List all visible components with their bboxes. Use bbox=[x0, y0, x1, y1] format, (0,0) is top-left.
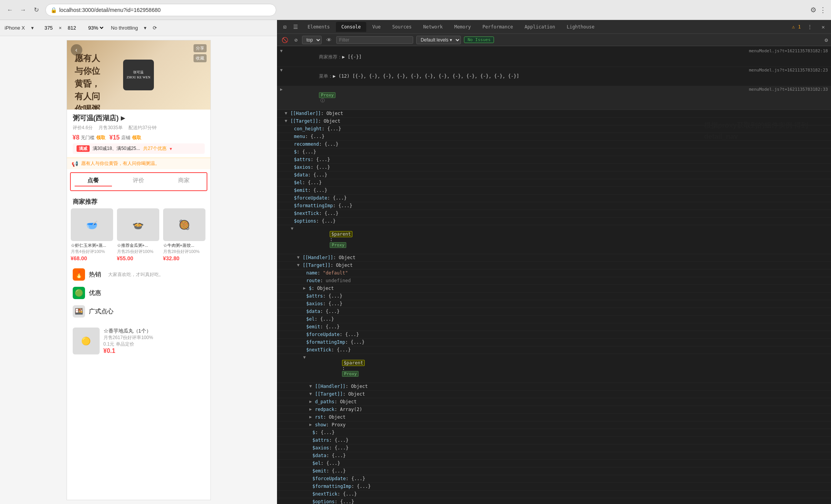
console-line-recommend: ▼ 商家推荐：▶ [{-}] menuModel.js?t=1621135783… bbox=[277, 48, 831, 67]
cl-p2-s: $: {...} bbox=[277, 429, 831, 437]
discount-more[interactable]: 共27个优惠 bbox=[143, 145, 167, 152]
promo2-label: 店铺 bbox=[121, 135, 130, 141]
product-price-1: ¥68.00 bbox=[71, 255, 113, 261]
devtools-more-icon[interactable]: ⋮ bbox=[804, 22, 816, 32]
context-select[interactable]: top bbox=[302, 36, 322, 44]
cl-p1-forceupdate: $forceUpdate: {...} bbox=[277, 331, 831, 339]
banner-bg: ‹ 愿有人与你位黄昏，有人问你喝粥可温 张可温ZHOU KE WEN 分享 收藏 bbox=[67, 40, 210, 110]
tab-vue[interactable]: Vue bbox=[367, 22, 386, 32]
devtools-close-icon[interactable]: ✕ bbox=[819, 22, 828, 32]
category-promo[interactable]: 🟢 优惠 bbox=[73, 284, 205, 302]
share-button[interactable]: 分享 bbox=[194, 44, 207, 52]
height-input[interactable] bbox=[63, 25, 80, 31]
forward-button[interactable]: → bbox=[18, 5, 28, 15]
restaurant-meta: 评价4.6分 月售3035单 配送约37分钟 bbox=[73, 125, 205, 131]
cl-p1-route: route: undefined bbox=[277, 277, 831, 285]
dimensions: × bbox=[40, 25, 81, 31]
expand-menu[interactable]: ▼ bbox=[280, 68, 283, 73]
cl-p2-dpaths: ▶ d_paths: Object bbox=[277, 398, 831, 406]
cl-data: $data: {...} bbox=[277, 171, 831, 179]
cl-nexttick: $nextTick: {...} bbox=[277, 210, 831, 218]
discount-banner: 满减 满30减18、满50减25... 共27个优惠 ▾ bbox=[73, 143, 205, 154]
console-link-3[interactable]: menuModel.js?t=1621135783182:33 bbox=[749, 87, 828, 92]
console-link-1[interactable]: menuModel.js?t=1621135783182:18 bbox=[749, 48, 828, 53]
filter-input[interactable] bbox=[336, 36, 413, 44]
menu-icon[interactable]: ⋮ bbox=[819, 6, 826, 14]
console-link-2[interactable]: menuModel.js?t=1621135783182:23 bbox=[749, 68, 828, 73]
console-line-proxy: ▶ Proxy ⓘ menuModel.js?t=1621135783182:3… bbox=[277, 86, 831, 110]
cantonese-icon: 🍱 bbox=[73, 305, 85, 318]
parent-highlight-2: $parent bbox=[342, 360, 365, 366]
clear-console-button[interactable]: 🚫 bbox=[280, 36, 290, 44]
console-text-proxy: Proxy ⓘ bbox=[286, 87, 746, 109]
tab-elements[interactable]: Elements bbox=[302, 22, 335, 32]
cl-p2-data: $data: {...} bbox=[277, 452, 831, 460]
tab-memory[interactable]: Memory bbox=[449, 22, 476, 32]
product-img-3: 🥘 bbox=[163, 208, 205, 241]
category-cantonese[interactable]: 🍱 广式点心 bbox=[73, 302, 205, 321]
promo2: ¥15 店铺 领取 bbox=[109, 134, 141, 141]
cl-p1-el: $el: {...} bbox=[277, 316, 831, 323]
tab-application[interactable]: Application bbox=[519, 22, 561, 32]
console-line-handler: ▼ [[Handler]]: Object bbox=[277, 110, 831, 118]
promo2-action[interactable]: 领取 bbox=[132, 135, 141, 141]
throttle-dropdown[interactable]: ▾ bbox=[144, 25, 147, 31]
collect-button[interactable]: 收藏 bbox=[194, 54, 207, 62]
phone-container: ‹ 愿有人与你位黄昏，有人问你喝粥可温 张可温ZHOU KE WEN 分享 收藏 bbox=[0, 36, 277, 504]
tab-merchant[interactable]: 商家 bbox=[161, 173, 207, 190]
cl-recommend: recommend: {...} bbox=[277, 141, 831, 148]
tab-review[interactable]: 评价 bbox=[116, 173, 161, 190]
restaurant-info: 粥可温(西湖店) ▶ 评价4.6分 月售3035单 配送约37分钟 ¥8 无门槛… bbox=[67, 110, 210, 158]
category-section: 🔥 热销 大家喜欢吃，才叫真好吃。 🟢 优惠 🍱 广式点心 bbox=[67, 261, 210, 324]
console-text-menu: 菜单：▶ (12) [{-}, {-}, {-}, {-}, {-}, {-},… bbox=[286, 68, 746, 85]
filter-toggle-button[interactable]: ⊘ bbox=[293, 36, 299, 44]
cl-p1-axios: $axios: {...} bbox=[277, 300, 831, 308]
cl-p1-emit: $emit: {...} bbox=[277, 323, 831, 331]
proxy-info-icon: ⓘ bbox=[320, 98, 325, 103]
devtools-settings-icon[interactable]: ☰ bbox=[290, 22, 301, 32]
tab-sources[interactable]: Sources bbox=[387, 22, 417, 32]
cl-p1-s: ▶ $: Object bbox=[277, 285, 831, 293]
proxy-badge-parent1[interactable]: Proxy bbox=[330, 242, 346, 248]
rating: 评价4.6分 bbox=[73, 125, 93, 131]
proxy-badge-main[interactable]: Proxy bbox=[319, 92, 335, 98]
product-card-3[interactable]: 🥘 ☆牛肉粥+蒸饺... 月售28份好评100% ¥32.80 bbox=[163, 208, 205, 261]
device-toolbar: iPhone X ▾ × 93% No throttling ▾ ⟳ bbox=[0, 20, 277, 36]
tab-order[interactable]: 点餐 bbox=[71, 173, 116, 190]
expand-proxy[interactable]: ▶ bbox=[280, 87, 283, 92]
list-product[interactable]: 🟡 ☆香芋地瓜丸（1个） 月售2617份好评率100% 0.1元 单品定价 ¥0… bbox=[67, 324, 210, 358]
console-output: ▼ 商家推荐：▶ [{-}] menuModel.js?t=1621135783… bbox=[277, 46, 831, 504]
zoom-select[interactable]: 93% bbox=[87, 25, 105, 31]
width-input[interactable] bbox=[40, 25, 57, 31]
expand-recommend[interactable]: ▼ bbox=[280, 48, 283, 53]
promo1-label: 无门槛 bbox=[81, 135, 95, 141]
devtools-tabs: ⊡ ☰ Elements Console Vue Sources Network… bbox=[277, 20, 831, 34]
cl-p2-target: ▼ [[Target]]: Object bbox=[277, 391, 831, 398]
refresh-button[interactable]: ↻ bbox=[31, 5, 42, 15]
product-card-2[interactable]: 🍲 ☆推荐金瓜粥+... 月售25份好评100% ¥55.00 bbox=[117, 208, 159, 261]
devtools-panel: ⊡ ☰ Elements Console Vue Sources Network… bbox=[277, 20, 831, 504]
promo1-action[interactable]: 领取 bbox=[96, 135, 105, 141]
levels-select[interactable]: Default levels ▾ bbox=[416, 36, 461, 44]
tab-network[interactable]: Network bbox=[418, 22, 448, 32]
proxy-badge-parent2[interactable]: Proxy bbox=[342, 371, 359, 377]
cl-axios: $axios: {...} bbox=[277, 164, 831, 171]
category-hot[interactable]: 🔥 热销 大家喜欢吃，才叫真好吃。 bbox=[73, 265, 205, 284]
cl-p1-nexttick: $nextTick: {...} bbox=[277, 346, 831, 354]
tab-performance[interactable]: Performance bbox=[477, 22, 518, 32]
cl-p2-show: ▶ show: Proxy bbox=[277, 421, 831, 429]
console-settings-icon[interactable]: ⚙ bbox=[825, 37, 828, 43]
device-dropdown-icon[interactable]: ▾ bbox=[31, 25, 34, 31]
product-img-1: 🥣 bbox=[71, 208, 113, 241]
cl-p2-options: $options: {...} bbox=[277, 498, 831, 504]
cl-dollar: $: {...} bbox=[277, 148, 831, 156]
tab-lighthouse[interactable]: Lighthouse bbox=[561, 22, 600, 32]
eye-icon[interactable]: 👁 bbox=[325, 36, 333, 44]
rotate-icon[interactable]: ⟳ bbox=[153, 25, 157, 31]
extensions-icon[interactable]: ⚙ bbox=[810, 6, 816, 14]
address-bar[interactable]: 🔒 localhost:3000/detail/menu?id=16295868… bbox=[45, 4, 276, 16]
product-card-1[interactable]: 🥣 ☆虾仁玉米粥+蒸... 月售4份好评100% ¥68.00 bbox=[71, 208, 113, 261]
tab-console[interactable]: Console bbox=[336, 22, 366, 32]
back-button[interactable]: ← bbox=[5, 5, 15, 15]
devtools-dock-icon[interactable]: ⊡ bbox=[280, 22, 289, 32]
